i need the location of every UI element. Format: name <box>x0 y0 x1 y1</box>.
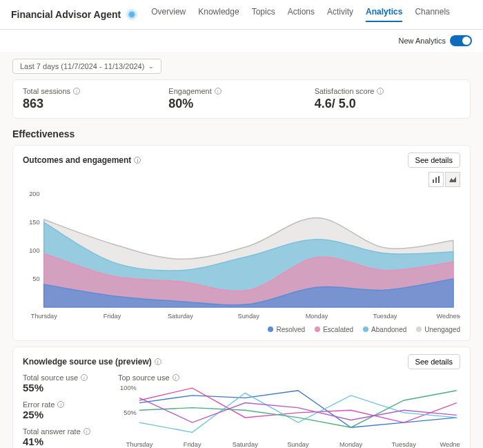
stat-label: Total source use <box>23 373 78 382</box>
legend-dot <box>268 327 273 332</box>
tab-activity[interactable]: Activity <box>327 7 353 22</box>
knowledge-stats: Total source use55% Error rate25% Total … <box>23 373 106 448</box>
card-title: Knowledge source use (preview) <box>23 357 152 367</box>
legend-dot <box>416 327 422 332</box>
stat-value: 55% <box>23 382 106 393</box>
effectiveness-heading: Effectiveness <box>12 128 471 139</box>
svg-text:Wednesday: Wednesday <box>437 313 460 320</box>
svg-text:150: 150 <box>29 219 39 226</box>
date-range-picker[interactable]: Last 7 days (11/7/2024 - 11/13/2024) ⌄ <box>12 59 161 74</box>
legend-dot <box>363 327 368 332</box>
info-icon[interactable] <box>134 157 141 164</box>
kpi-engagement: Engagement 80% <box>168 87 314 111</box>
svg-text:100: 100 <box>29 247 39 254</box>
svg-text:Sunday: Sunday <box>238 313 260 320</box>
svg-rect-0 <box>433 179 434 183</box>
sub-toolbar: New Analytics <box>0 30 483 52</box>
info-icon[interactable] <box>172 374 179 381</box>
agent-title: Financial Advisor Agent <box>11 9 121 20</box>
svg-text:Monday: Monday <box>339 441 362 448</box>
knowledge-line-chart: 100%50%ThursdayFridaySaturdaySundayMonda… <box>118 384 460 448</box>
svg-text:Friday: Friday <box>184 441 201 448</box>
svg-text:Friday: Friday <box>103 313 121 320</box>
stat-value: 41% <box>23 436 106 447</box>
info-icon[interactable] <box>155 358 161 365</box>
svg-rect-2 <box>438 176 440 183</box>
see-details-button[interactable]: See details <box>408 153 460 168</box>
info-icon[interactable] <box>377 88 384 95</box>
kpi-card: Total sessions 863 Engagement 80% Satisf… <box>12 79 471 119</box>
info-icon[interactable] <box>57 401 64 408</box>
svg-text:200: 200 <box>29 191 39 197</box>
svg-text:50%: 50% <box>124 409 137 416</box>
info-icon[interactable] <box>215 88 221 95</box>
kpi-value: 863 <box>23 97 168 111</box>
svg-text:Wednesday: Wednesday <box>440 441 460 448</box>
card-title: Outcomes and engagement <box>23 155 131 165</box>
stat-label: Total answer rate <box>23 427 81 436</box>
svg-text:Monday: Monday <box>306 313 328 320</box>
legend-label: Unengaged <box>424 326 460 333</box>
outcomes-card: Outcomes and engagement See details 5010… <box>12 145 471 341</box>
area-chart-icon[interactable] <box>445 172 460 187</box>
chevron-down-icon: ⌄ <box>148 63 154 70</box>
svg-text:Tuesday: Tuesday <box>392 441 417 448</box>
tab-channels[interactable]: Channels <box>415 7 450 22</box>
kpi-total-sessions: Total sessions 863 <box>23 87 168 111</box>
legend-label: Escalated <box>323 326 353 333</box>
kpi-label: Engagement <box>168 87 211 95</box>
tab-topics[interactable]: Topics <box>252 7 275 22</box>
svg-rect-1 <box>435 177 437 183</box>
kpi-satisfaction: Satisfaction score 4.6/ 5.0 <box>315 87 460 111</box>
tab-knowledge[interactable]: Knowledge <box>198 7 239 22</box>
svg-text:Saturday: Saturday <box>233 441 259 448</box>
kpi-value: 4.6/ 5.0 <box>315 97 460 111</box>
svg-text:100%: 100% <box>120 385 137 392</box>
agent-logo-icon <box>126 9 137 20</box>
knowledge-card: Knowledge source use (preview) See detai… <box>12 347 471 448</box>
outcomes-area-chart: 50100150200ThursdayFridaySaturdaySundayM… <box>23 187 460 321</box>
new-analytics-label: New Analytics <box>399 37 446 45</box>
kpi-label: Total sessions <box>23 87 70 95</box>
svg-text:Tuesday: Tuesday <box>373 313 397 320</box>
info-icon[interactable] <box>73 88 80 95</box>
outcomes-legend: Resolved Escalated Abandoned Unengaged <box>23 326 460 333</box>
stat-value: 25% <box>23 409 106 420</box>
legend-dot <box>315 327 320 332</box>
kpi-value: 80% <box>168 97 314 111</box>
tab-actions[interactable]: Actions <box>288 7 315 22</box>
nav-tabs: Overview Knowledge Topics Actions Activi… <box>151 7 450 22</box>
svg-text:50: 50 <box>32 275 39 282</box>
info-icon[interactable] <box>81 374 88 381</box>
stat-label: Error rate <box>23 400 55 409</box>
kpi-label: Satisfaction score <box>315 87 375 95</box>
info-icon[interactable] <box>83 428 90 435</box>
tab-overview[interactable]: Overview <box>151 7 186 22</box>
new-analytics-toggle[interactable] <box>450 35 472 46</box>
app-header: Financial Advisor Agent Overview Knowled… <box>0 0 483 30</box>
svg-text:Sunday: Sunday <box>287 441 309 448</box>
legend-label: Resolved <box>276 326 305 333</box>
svg-text:Thursday: Thursday <box>31 313 58 320</box>
chart-type-toggle <box>23 172 460 187</box>
chart-subtitle: Top source use <box>118 373 170 382</box>
bar-chart-icon[interactable] <box>428 172 444 187</box>
svg-text:Saturday: Saturday <box>168 313 193 320</box>
date-range-label: Last 7 days (11/7/2024 - 11/13/2024) <box>20 62 144 70</box>
legend-label: Abandoned <box>371 326 406 333</box>
tab-analytics[interactable]: Analytics <box>366 7 402 22</box>
svg-text:Thursday: Thursday <box>126 441 153 448</box>
see-details-button[interactable]: See details <box>408 354 460 369</box>
